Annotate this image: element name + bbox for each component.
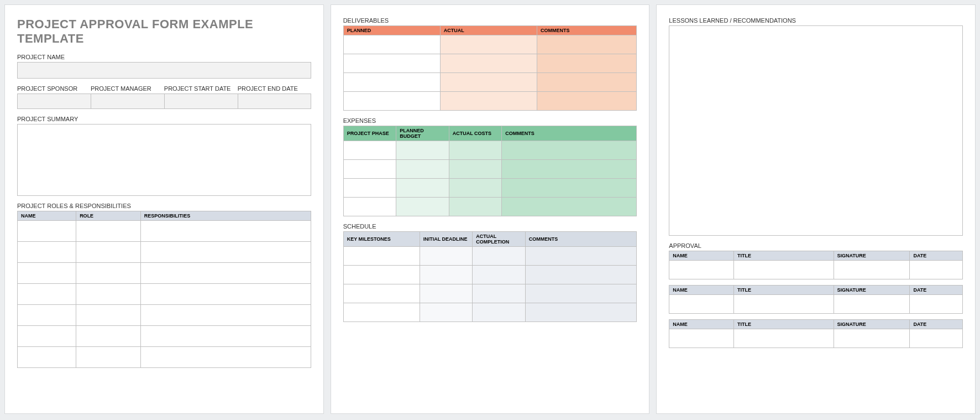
schedule-table: KEY MILESTONES INITIAL DEADLINE ACTUAL C…: [343, 231, 637, 322]
approval-table-1: NAME TITLE SIGNATURE DATE: [669, 251, 963, 279]
lessons-input[interactable]: [669, 25, 963, 236]
table-row[interactable]: [18, 326, 311, 347]
project-name-input[interactable]: [17, 62, 311, 79]
appr-header-name: NAME: [669, 251, 734, 261]
table-row[interactable]: [669, 329, 963, 348]
table-row[interactable]: [18, 242, 311, 263]
deliv-header-actual: ACTUAL: [440, 26, 537, 35]
expenses-label: EXPENSES: [343, 117, 637, 124]
appr-header-signature: SIGNATURE: [834, 320, 910, 329]
approval-label: APPROVAL: [669, 242, 963, 249]
deliverables-table: PLANNED ACTUAL COMMENTS: [343, 25, 637, 111]
appr-header-date: DATE: [910, 320, 963, 329]
exp-header-comments: COMMENTS: [502, 126, 637, 141]
summary-label: PROJECT SUMMARY: [17, 116, 311, 122]
summary-input[interactable]: [17, 124, 311, 196]
page-2: DELIVERABLES PLANNED ACTUAL COMMENTS EXP…: [331, 4, 650, 414]
table-row[interactable]: [343, 198, 637, 216]
appr-header-signature: SIGNATURE: [834, 286, 910, 295]
appr-header-date: DATE: [910, 251, 963, 261]
sched-header-milestones: KEY MILESTONES: [343, 232, 420, 247]
approval-table-3: NAME TITLE SIGNATURE DATE: [669, 319, 963, 348]
exp-header-actual: ACTUAL COSTS: [449, 126, 502, 141]
table-row[interactable]: [18, 221, 311, 242]
appr-header-title: TITLE: [734, 251, 834, 261]
appr-header-name: NAME: [669, 286, 734, 295]
table-row[interactable]: [343, 73, 637, 92]
appr-header-signature: SIGNATURE: [834, 251, 910, 261]
appr-header-name: NAME: [669, 320, 734, 329]
sched-header-comments: COMMENTS: [525, 232, 637, 247]
project-name-label: PROJECT NAME: [17, 54, 311, 60]
deliverables-label: DELIVERABLES: [343, 17, 637, 24]
appr-header-title: TITLE: [734, 320, 834, 329]
sched-header-actual: ACTUAL COMPLETION: [473, 232, 526, 247]
table-row[interactable]: [343, 303, 637, 322]
manager-label: PROJECT MANAGER: [91, 85, 164, 92]
table-row[interactable]: [18, 284, 311, 305]
sched-header-initial: INITIAL DEADLINE: [420, 232, 473, 247]
start-date-label: PROJECT START DATE: [164, 85, 238, 92]
table-row[interactable]: [343, 247, 637, 266]
sponsor-label: PROJECT SPONSOR: [17, 85, 91, 92]
project-meta-row: PROJECT SPONSOR PROJECT MANAGER PROJECT …: [17, 85, 311, 109]
appr-header-title: TITLE: [734, 286, 834, 295]
sponsor-input[interactable]: [17, 94, 91, 109]
roles-table: NAME ROLE RESPONSIBILITIES: [17, 211, 311, 368]
roles-header-resp: RESPONSIBILITIES: [140, 211, 311, 221]
deliv-header-comments: COMMENTS: [537, 26, 636, 35]
deliv-header-planned: PLANNED: [343, 26, 440, 35]
table-row[interactable]: [343, 35, 637, 54]
table-row[interactable]: [343, 92, 637, 111]
table-row[interactable]: [669, 295, 963, 314]
roles-header-role: ROLE: [76, 211, 141, 221]
table-row[interactable]: [18, 263, 311, 284]
end-date-input[interactable]: [238, 94, 311, 109]
table-row[interactable]: [343, 266, 637, 284]
expenses-table: PROJECT PHASE PLANNED BUDGET ACTUAL COST…: [343, 126, 637, 216]
approval-table-2: NAME TITLE SIGNATURE DATE: [669, 285, 963, 314]
main-title: PROJECT APPROVAL FORM EXAMPLE TEMPLATE: [17, 17, 311, 46]
table-row[interactable]: [343, 54, 637, 73]
table-row[interactable]: [343, 179, 637, 198]
table-row[interactable]: [343, 160, 637, 179]
manager-input[interactable]: [91, 94, 164, 109]
table-row[interactable]: [669, 261, 963, 279]
page-1: PROJECT APPROVAL FORM EXAMPLE TEMPLATE P…: [4, 4, 324, 414]
table-row[interactable]: [343, 141, 637, 160]
table-row[interactable]: [343, 284, 637, 303]
exp-header-phase: PROJECT PHASE: [343, 126, 396, 141]
end-date-label: PROJECT END DATE: [238, 85, 311, 92]
table-row[interactable]: [18, 347, 311, 368]
start-date-input[interactable]: [164, 94, 238, 109]
roles-header-name: NAME: [18, 211, 76, 221]
exp-header-planned: PLANNED BUDGET: [396, 126, 449, 141]
roles-label: PROJECT ROLES & RESPONSIBILITIES: [17, 203, 311, 209]
appr-header-date: DATE: [910, 286, 963, 295]
table-row[interactable]: [18, 305, 311, 326]
lessons-label: LESSONS LEARNED / RECOMMENDATIONS: [669, 17, 963, 24]
schedule-label: SCHEDULE: [343, 223, 637, 230]
page-3: LESSONS LEARNED / RECOMMENDATIONS APPROV…: [656, 4, 976, 414]
